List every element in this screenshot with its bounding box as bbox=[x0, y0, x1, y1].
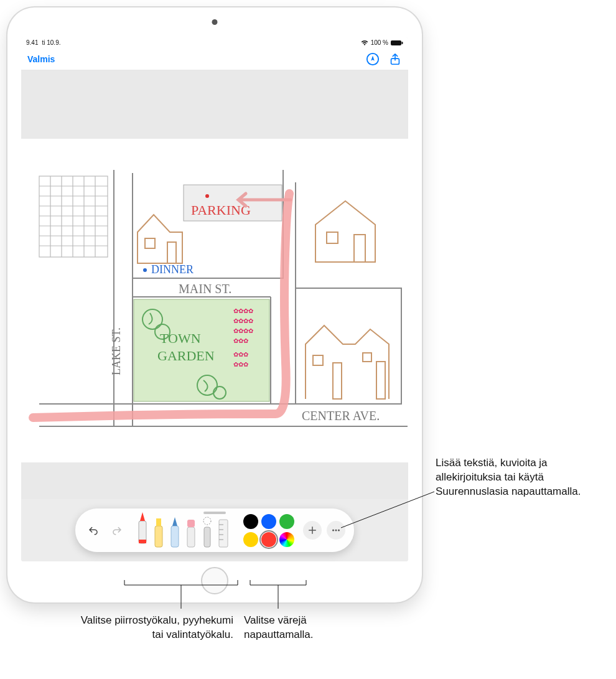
callout-colors: Valitse värejä napauttamalla. bbox=[244, 614, 356, 642]
callout-add-text: Lisää tekstiä, kuvioita ja allekirjoituk… bbox=[436, 456, 610, 499]
callout-tools: Valitse piirrostyökalu, pyyhekumi tai va… bbox=[72, 614, 233, 642]
